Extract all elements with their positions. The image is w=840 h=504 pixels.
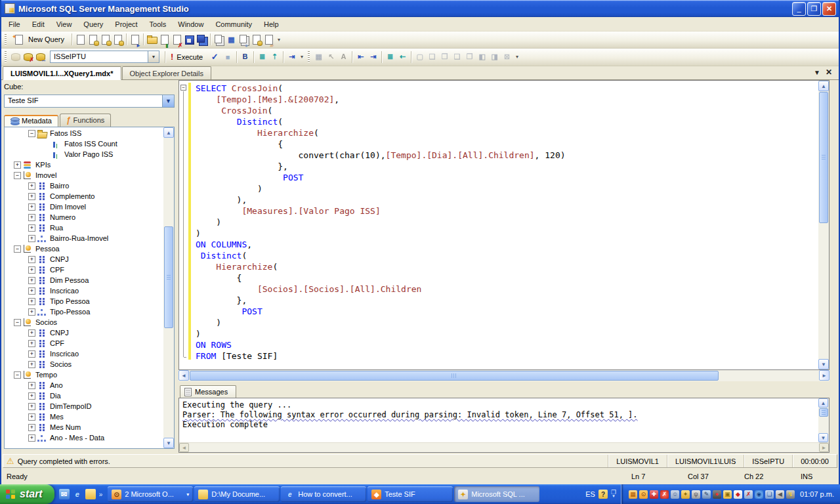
results-up-icon[interactable]: ⇡ bbox=[268, 51, 281, 63]
new-dmx-query-icon[interactable] bbox=[99, 33, 112, 46]
results-text-icon[interactable]: ≣ bbox=[256, 51, 268, 63]
tree-item-dia[interactable]: +Dia bbox=[5, 390, 163, 401]
toolbar-overflow-icon[interactable]: ▾ bbox=[298, 54, 306, 60]
editor-hscrollbar-thumb[interactable] bbox=[190, 371, 719, 381]
tree-item-dim-imovel[interactable]: +Dim Imovel bbox=[5, 201, 163, 212]
expand-icon[interactable]: + bbox=[28, 350, 35, 358]
menu-item-community[interactable]: Community bbox=[209, 18, 258, 30]
code-line[interactable]: ) bbox=[196, 183, 818, 194]
password-agent-icon[interactable]: ✦ bbox=[681, 490, 690, 499]
avg-antivirus-icon[interactable]: ◆ bbox=[734, 490, 742, 499]
code-line[interactable]: ON COLUMNS, bbox=[196, 239, 818, 250]
tab-metadata[interactable]: Metadata bbox=[4, 115, 58, 127]
tree-item-tipo-pessoa[interactable]: +Tipo-Pessoa bbox=[5, 306, 163, 317]
expand-icon[interactable]: + bbox=[28, 392, 35, 400]
scroll-left-icon[interactable]: ◄ bbox=[179, 443, 189, 452]
profiler-icon[interactable] bbox=[238, 33, 250, 46]
open-analysis-file-icon[interactable] bbox=[129, 33, 141, 46]
toolbar-grip[interactable] bbox=[308, 51, 310, 62]
messages-text[interactable]: Executing the query ...Parser: The follo… bbox=[179, 398, 818, 442]
code-line[interactable]: ON ROWS bbox=[196, 339, 818, 350]
quick-launch-more-icon[interactable]: » bbox=[99, 491, 103, 498]
expand-icon[interactable]: + bbox=[28, 424, 35, 431]
tree-item-dimtempoid[interactable]: +DimTempoID bbox=[5, 401, 163, 411]
code-line[interactable]: convert(char(10),[Tempo].[Dia].[All].Chi… bbox=[196, 150, 818, 161]
cube-combo-dropdown-icon[interactable]: ▼ bbox=[163, 94, 175, 108]
toolbar-grip[interactable] bbox=[5, 51, 7, 62]
scroll-up-icon[interactable]: ▲ bbox=[818, 398, 828, 408]
code-line[interactable]: ), bbox=[196, 194, 818, 205]
tree-item-tipo-pessoa[interactable]: +Tipo Pessoa bbox=[5, 296, 163, 306]
expand-icon[interactable]: + bbox=[28, 308, 35, 316]
expand-icon[interactable]: + bbox=[28, 182, 35, 190]
wireless-icon[interactable]: ψ bbox=[692, 490, 700, 499]
change-database-icon[interactable]: ↔ bbox=[34, 51, 47, 63]
toolbar-overflow-icon[interactable]: ▾ bbox=[513, 54, 521, 60]
scroll-up-icon[interactable]: ▲ bbox=[163, 127, 174, 138]
tree-item-numero[interactable]: +Numero bbox=[5, 212, 163, 222]
tree-scrollbar[interactable]: ▲ ▼ bbox=[163, 127, 174, 448]
open-file-icon[interactable] bbox=[146, 33, 158, 46]
scroll-up-icon[interactable]: ▲ bbox=[818, 81, 829, 91]
tab-messages[interactable]: Messages bbox=[180, 385, 236, 398]
collapse-icon[interactable]: − bbox=[14, 172, 21, 179]
code-line[interactable]: Hierarchize( bbox=[196, 261, 818, 272]
cube-combo-value[interactable]: Teste SIF bbox=[4, 94, 163, 108]
taskbar-clock[interactable]: 01:07 p.m. bbox=[800, 490, 834, 498]
code-line[interactable]: [Measures].[Valor Pago ISS] bbox=[196, 205, 818, 217]
antivirus-shield-icon[interactable]: ✚ bbox=[650, 490, 658, 499]
expand-icon[interactable]: + bbox=[28, 434, 35, 442]
taskbar-button-my-documents[interactable]: D:\My Docume... bbox=[194, 486, 280, 502]
menu-item-edit[interactable]: Edit bbox=[26, 18, 51, 30]
tree-item-socios[interactable]: +Socios bbox=[5, 359, 163, 369]
tree-item-kpis[interactable]: +KPIs bbox=[5, 159, 163, 170]
copy-icon[interactable] bbox=[213, 33, 225, 46]
code-line[interactable]: Hierarchize( bbox=[196, 127, 818, 138]
database-combo[interactable]: ISSeIPTU ▼ bbox=[50, 51, 159, 63]
tree-item-valor-pago-iss[interactable]: Valor Pago ISS bbox=[5, 149, 163, 159]
code-line[interactable]: POST bbox=[196, 306, 818, 317]
mail-notification-icon[interactable]: ▦ bbox=[629, 490, 637, 499]
collapse-icon[interactable]: − bbox=[14, 245, 21, 253]
tree-item-complemento[interactable]: +Complemento bbox=[5, 191, 163, 201]
security-alert-icon[interactable]: ✗ bbox=[660, 490, 669, 499]
taskbar-button-sql-server[interactable]: ✦Microsoft SQL ... bbox=[454, 486, 539, 502]
tablet-pen-icon[interactable]: ✎ bbox=[702, 490, 711, 499]
code-line[interactable]: SELECT CrossJoin( bbox=[196, 83, 818, 94]
expand-icon[interactable]: + bbox=[28, 298, 35, 305]
outlook-express-icon[interactable]: ✉ bbox=[59, 489, 70, 499]
time-sync-icon[interactable]: ⊙ bbox=[639, 490, 648, 499]
tree-item-fatos-iss[interactable]: −Fatos ISS bbox=[5, 128, 163, 138]
editor-vscrollbar-thumb[interactable] bbox=[819, 92, 828, 223]
code-line[interactable]: CrossJoin( bbox=[196, 105, 818, 116]
expand-icon[interactable]: + bbox=[28, 266, 35, 274]
collapse-icon[interactable]: − bbox=[14, 319, 21, 326]
show-desktop-icon[interactable] bbox=[85, 489, 96, 499]
code-line[interactable]: }, bbox=[196, 161, 818, 172]
save-icon[interactable] bbox=[183, 33, 196, 46]
close-button[interactable]: ✕ bbox=[822, 2, 836, 16]
code-line[interactable]: { bbox=[196, 272, 818, 284]
network-disconnected-icon[interactable]: ✗ bbox=[744, 490, 753, 499]
tree-item-cnpj[interactable]: +CNPJ bbox=[5, 254, 163, 264]
scroll-down-icon[interactable]: ▼ bbox=[163, 438, 174, 448]
parse-button[interactable]: ✓ bbox=[208, 52, 221, 62]
tree-item-inscricao[interactable]: +Inscricao bbox=[5, 348, 163, 359]
collapse-region-icon[interactable]: − bbox=[180, 85, 186, 91]
tree-item-inscricao[interactable]: +Inscricao bbox=[5, 285, 163, 296]
expand-icon[interactable]: + bbox=[28, 382, 35, 389]
expand-icon[interactable]: + bbox=[28, 256, 35, 263]
tree-item-tempo[interactable]: −Tempo bbox=[5, 369, 163, 380]
expand-icon[interactable]: + bbox=[28, 340, 35, 347]
combo-dropdown-icon[interactable]: ▼ bbox=[148, 51, 159, 63]
menu-item-view[interactable]: View bbox=[51, 18, 78, 30]
scroll-down-icon[interactable]: ▼ bbox=[818, 433, 828, 442]
save-all-icon[interactable] bbox=[196, 33, 208, 46]
tree-item-cpf[interactable]: +CPF bbox=[5, 338, 163, 348]
uncomment-icon[interactable]: ⇠ bbox=[396, 51, 409, 63]
code-line[interactable]: { bbox=[196, 138, 818, 150]
tree-item-dim-pessoa[interactable]: +Dim Pessoa bbox=[5, 275, 163, 285]
expand-icon[interactable]: + bbox=[28, 214, 35, 221]
tree-item-imovel[interactable]: −Imovel bbox=[5, 170, 163, 180]
lan-network-icon[interactable]: ❏ bbox=[765, 490, 774, 499]
